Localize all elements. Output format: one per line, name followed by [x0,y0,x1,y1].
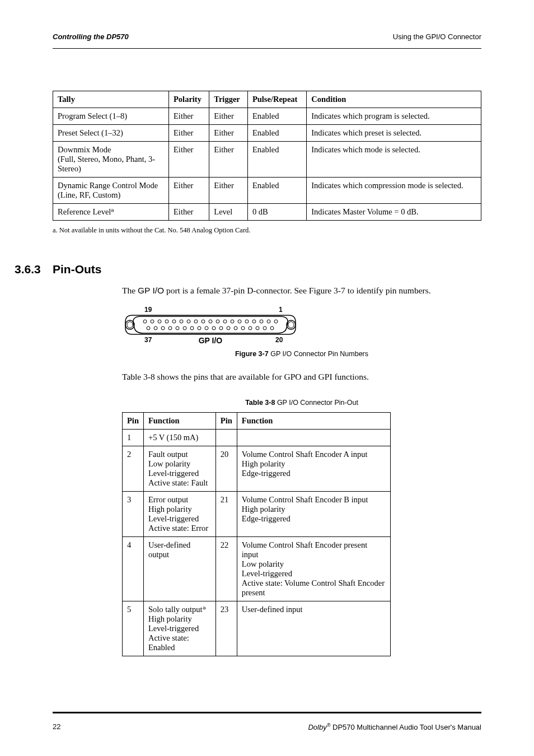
t1r0c0: Program Select (1–8) [53,108,169,125]
t1r1c2: Either [209,125,248,142]
svg-point-18 [245,320,249,323]
svg-marker-3 [288,321,294,328]
t1r4c0: Reference Levelᵃ [53,204,169,221]
t2-h3: Pin [216,413,237,430]
para1-c: port is a female 37-pin D-connector. See… [164,286,431,295]
t1-h3: Trigger [209,91,248,108]
t1r2c3: Enabled [247,142,306,178]
svg-point-10 [187,320,190,323]
t1r4c4: Indicates Master Volume = 0 dB. [307,204,481,221]
svg-point-16 [231,320,234,323]
table-row: Program Select (1–8) Either Either Enabl… [53,108,481,125]
svg-point-22 [274,320,278,323]
para1-a: The [122,286,138,295]
footer-credit: Dolby® DP570 Multichannel Audio Tool Use… [308,722,481,731]
svg-point-21 [267,320,270,323]
table-row: Downmix Mode (Full, Stereo, Mono, Phant,… [53,142,481,178]
section-heading: 3.6.3 Pin-Outs [53,263,481,276]
svg-point-9 [180,320,183,323]
connector-label: GP I/O [199,336,223,345]
t1-h2: Polarity [169,91,209,108]
section-title: Pin-Outs [53,263,102,276]
t2-h1: Pin [123,413,144,430]
t2r3f2: Volume Control Shaft Encoder present inp… [237,537,390,601]
t1r3c3: Enabled [247,178,306,204]
t2-h4: Function [237,413,390,430]
t2r2f1: Error output High polarity Level-trigger… [143,492,216,537]
t2r3f1: User-defined output [143,537,216,601]
t2r4f2: User-defined input [237,601,390,656]
svg-point-36 [241,326,245,330]
t2r2f2: Volume Control Shaft Encoder B input Hig… [237,492,390,537]
t1r4c3: 0 dB [247,204,306,221]
svg-point-24 [154,326,157,330]
svg-point-7 [165,320,168,323]
svg-point-19 [252,320,256,323]
svg-point-14 [216,320,219,323]
footer-rest: DP570 Multichannel Audio Tool User's Man… [330,723,481,731]
header-divider [53,48,481,49]
t1r3c4: Indicates which compression mode is sele… [307,178,481,204]
t1r1c3: Enabled [247,125,306,142]
t1r2c4: Indicates which mode is selected. [307,142,481,178]
section-para2: Table 3-8 shows the pins that are availa… [122,371,481,383]
t2r0f1: +5 V (150 mA) [143,430,216,446]
section-number: 3.6.3 [15,263,41,276]
t2r4p1: 5 [123,601,144,656]
t1r0c2: Either [209,108,248,125]
svg-point-4 [143,320,147,323]
header-right: Using the GPI/O Connector [393,32,481,41]
t1r0c1: Either [169,108,209,125]
t2r0p1: 1 [123,430,144,446]
t2r3p2: 22 [216,537,237,601]
t2r0f2 [237,430,390,446]
t2r1p2: 20 [216,446,237,492]
t1r2c1: Either [169,142,209,178]
svg-point-40 [270,326,274,330]
fig-cap-bold: Figure 3-7 [235,350,269,358]
svg-point-5 [151,320,154,323]
svg-point-33 [219,326,223,330]
svg-point-17 [238,320,241,323]
connector-figure: 19 1 37 20 [122,305,481,358]
table-row: 2 Fault output Low polarity Level-trigge… [123,446,391,492]
table-row: Dynamic Range Control Mode (Line, RF, Cu… [53,178,481,204]
pin-19-label: 19 [144,306,152,314]
svg-point-32 [212,326,216,330]
table-row: Reference Levelᵃ Either Level 0 dB Indic… [53,204,481,221]
svg-point-38 [256,326,259,330]
svg-point-15 [223,320,227,323]
t2r0p2 [216,430,237,446]
t1-h1: Tally [53,91,169,108]
t1r2c0: Downmix Mode (Full, Stereo, Mono, Phant,… [53,142,169,178]
svg-point-28 [183,326,186,330]
table2-caption: Table 3-8 GP I/O Connector Pin-Out [122,399,481,407]
svg-point-35 [234,326,237,330]
table-row: 5 Solo tally outputᵃ High polarity Level… [123,601,391,656]
t1r2c2: Either [209,142,248,178]
svg-point-30 [198,326,201,330]
para1-b: GP I/O [138,286,164,295]
section-para1: The GP I/O port is a female 37-pin D-con… [122,285,481,297]
t2r1f1: Fault output Low polarity Level-triggere… [143,446,216,492]
svg-point-6 [158,320,161,323]
t1r1c0: Preset Select (1–32) [53,125,169,142]
svg-point-8 [172,320,176,323]
t2r1f2: Volume Control Shaft Encoder A input Hig… [237,446,390,492]
t1r0c3: Enabled [247,108,306,125]
table-row: 4 User-defined output 22 Volume Control … [123,537,391,601]
t2r2p2: 21 [216,492,237,537]
footer-prefix: Dolby [308,723,326,731]
t1r3c1: Either [169,178,209,204]
svg-point-25 [161,326,165,330]
figure-caption: Figure 3-7 GP I/O Connector Pin Numbers [122,350,481,358]
svg-point-27 [176,326,179,330]
fig-cap-rest: GP I/O Connector Pin Numbers [269,350,368,358]
svg-point-29 [190,326,194,330]
t2r4p2: 23 [216,601,237,656]
t1-h5: Condition [307,91,481,108]
footer-divider [53,712,481,713]
svg-point-23 [147,326,150,330]
t2-cap-rest: GP I/O Connector Pin-Out [275,399,358,407]
t2r2p1: 3 [123,492,144,537]
